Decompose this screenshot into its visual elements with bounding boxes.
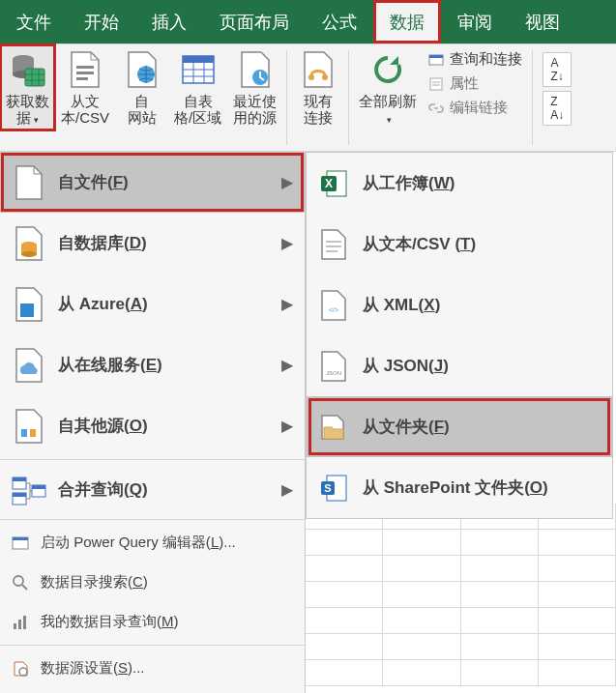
menu-from-online-services-label: 从在线服务(E) — [58, 354, 162, 376]
svg-rect-10 — [76, 77, 88, 80]
from-web-button[interactable]: 自 网站 — [115, 44, 168, 130]
azure-icon — [10, 285, 48, 324]
menu-from-azure[interactable]: 从 Azure(A) ▶ — [0, 274, 305, 334]
svg-rect-23 — [430, 78, 442, 90]
sort-asc-button[interactable]: AZ↓ — [543, 52, 572, 87]
menu-from-database-label: 自数据库(D) — [58, 232, 147, 254]
queries-connections-label: 查询和连接 — [450, 50, 522, 69]
tab-review[interactable]: 审阅 — [441, 0, 509, 43]
menu-from-database[interactable]: 自数据库(D) ▶ — [0, 213, 305, 274]
xml-file-icon: </> — [316, 288, 351, 323]
table-icon — [179, 50, 218, 89]
recent-sources-button[interactable]: 最近使 用的源 — [227, 44, 282, 130]
edit-links-label: 编辑链接 — [450, 99, 508, 117]
database-icon — [10, 224, 48, 263]
file-icon — [66, 50, 104, 89]
sort-asc-icon: AZ↓ — [551, 56, 564, 83]
from-text-csv-label: 从文 本/CSV — [61, 93, 109, 127]
existing-connections-icon — [299, 50, 337, 89]
menu-data-source-settings[interactable]: 数据源设置(S)... — [0, 649, 305, 688]
from-table-button[interactable]: 自表 格/区域 — [168, 44, 227, 130]
menu-separator — [0, 519, 305, 520]
svg-rect-33 — [27, 310, 34, 317]
menu-from-file[interactable]: 自文件(F) ▶ — [0, 152, 305, 213]
submenu-from-folder-label: 从文件夹(F) — [363, 416, 450, 438]
menu-from-other-sources-label: 自其他源(O) — [58, 415, 148, 437]
svg-rect-47 — [18, 620, 21, 629]
menu-from-azure-label: 从 Azure(A) — [58, 293, 148, 315]
svg-point-19 — [308, 74, 314, 80]
svg-rect-41 — [32, 485, 45, 489]
menu-my-catalog-queries[interactable]: 我的数据目录查询(M) — [0, 602, 305, 642]
other-sources-icon — [10, 407, 48, 446]
menu-from-other-sources[interactable]: 自其他源(O) ▶ — [0, 395, 305, 456]
search-icon — [10, 572, 31, 593]
menu-combine-queries[interactable]: 合并查询(Q) ▶ — [0, 463, 305, 516]
menu-my-catalog-queries-label: 我的数据目录查询(M) — [41, 613, 179, 631]
file-icon — [10, 163, 48, 202]
submenu-from-folder[interactable]: 从文件夹(F) — [307, 396, 612, 457]
ribbon-separator — [286, 50, 287, 145]
submenu-arrow-icon: ▶ — [281, 356, 293, 374]
submenu-from-workbook[interactable]: X 从工作簿(W) — [307, 153, 612, 214]
tab-view[interactable]: 视图 — [509, 0, 576, 43]
svg-rect-43 — [13, 537, 28, 540]
combine-icon — [10, 471, 48, 509]
pq-editor-icon — [10, 533, 31, 554]
sharepoint-icon: S — [316, 471, 351, 505]
menu-launch-pq-editor[interactable]: 启动 Power Query 编辑器(L)... — [0, 523, 305, 563]
svg-text:</>: </> — [329, 306, 338, 313]
svg-rect-13 — [183, 56, 214, 63]
refresh-all-button[interactable]: 全部刷新▾ — [353, 44, 423, 130]
svg-point-29 — [21, 251, 37, 257]
properties-icon — [428, 76, 444, 92]
tab-file[interactable]: 文件 — [0, 0, 68, 43]
svg-rect-37 — [13, 477, 26, 481]
menu-catalog-search-label: 数据目录搜索(C) — [41, 573, 148, 592]
from-text-csv-button[interactable]: 从文 本/CSV — [55, 44, 115, 130]
sort-desc-button[interactable]: ZA↓ — [543, 91, 572, 126]
refresh-icon — [368, 50, 407, 89]
svg-rect-34 — [21, 429, 27, 437]
ribbon-separator — [348, 50, 349, 145]
submenu-arrow-icon: ▶ — [281, 480, 293, 499]
submenu-from-xml[interactable]: </> 从 XML(X) — [307, 274, 612, 335]
tab-data[interactable]: 数据 — [373, 0, 441, 43]
from-file-submenu: X 从工作簿(W) 从文本/CSV (T) </> 从 XML(X) JSON … — [306, 152, 613, 519]
properties-label: 属性 — [450, 74, 479, 93]
tab-home[interactable]: 开始 — [68, 0, 135, 43]
submenu-from-json[interactable]: JSON 从 JSON(J) — [307, 335, 612, 396]
svg-rect-32 — [20, 310, 27, 317]
menu-query-options[interactable]: 查询选项(P) — [0, 688, 305, 693]
connections-mini-group: 查询和连接 属性 编辑链接 — [423, 44, 528, 123]
queries-connections-button[interactable]: 查询和连接 — [428, 50, 522, 69]
menu-from-online-services[interactable]: 从在线服务(E) ▶ — [0, 334, 305, 395]
get-data-icon — [9, 50, 47, 89]
svg-rect-9 — [76, 72, 94, 74]
get-data-dropdown: 自文件(F) ▶ 自数据库(D) ▶ 从 Azure(A) ▶ 从在线服务(E)… — [0, 152, 306, 693]
tab-pagelayout[interactable]: 页面布局 — [203, 0, 306, 43]
from-web-label: 自 网站 — [128, 93, 157, 127]
svg-rect-8 — [76, 66, 94, 69]
submenu-from-sharepoint-folder-label: 从 SharePoint 文件夹(O) — [363, 476, 548, 499]
submenu-from-sharepoint-folder[interactable]: S 从 SharePoint 文件夹(O) — [307, 457, 612, 518]
svg-text:X: X — [325, 177, 333, 190]
submenu-arrow-icon: ▶ — [281, 417, 293, 435]
properties-button[interactable]: 属性 — [428, 74, 522, 93]
edit-links-button[interactable]: 编辑链接 — [428, 99, 522, 117]
svg-rect-30 — [20, 303, 27, 310]
submenu-from-text-csv[interactable]: 从文本/CSV (T) — [307, 214, 612, 274]
submenu-arrow-icon: ▶ — [281, 295, 293, 313]
menu-separator — [0, 459, 305, 460]
spreadsheet-grid[interactable] — [306, 504, 616, 693]
svg-rect-48 — [23, 616, 26, 629]
menu-separator — [0, 645, 305, 646]
menu-catalog-search[interactable]: 数据目录搜索(C) — [0, 563, 305, 602]
recent-icon — [236, 50, 275, 89]
svg-point-20 — [322, 74, 328, 80]
existing-connections-button[interactable]: 现有 连接 — [291, 44, 344, 130]
tab-insert[interactable]: 插入 — [135, 0, 203, 43]
tab-formulas[interactable]: 公式 — [306, 0, 373, 43]
get-data-button[interactable]: 获取数 据▾ — [0, 44, 55, 130]
sort-group: AZ↓ ZA↓ — [537, 44, 577, 151]
